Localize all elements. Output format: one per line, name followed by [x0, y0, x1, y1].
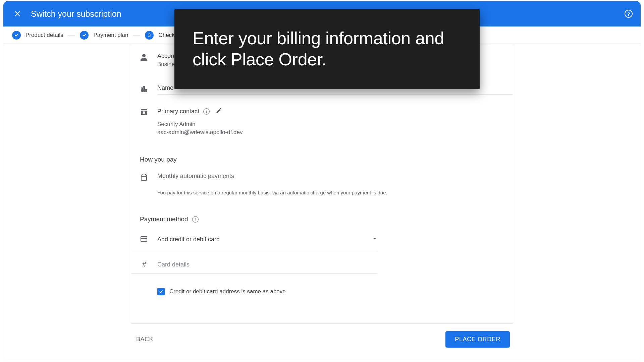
- payment-frequency: Monthly automatic payments: [157, 173, 513, 180]
- scrollbar[interactable]: [636, 45, 640, 358]
- check-icon: [14, 33, 19, 38]
- payment-method-selected: Add credit or debit card: [157, 236, 372, 243]
- place-order-button[interactable]: PLACE ORDER: [445, 331, 510, 348]
- business-icon: [140, 84, 149, 95]
- same-address-label: Credit or debit card address is same as …: [169, 288, 286, 295]
- edit-primary-contact-button[interactable]: [216, 107, 222, 116]
- payment-method-heading: Payment method: [140, 216, 188, 223]
- payment-method-dropdown[interactable]: Add credit or debit card: [131, 232, 378, 250]
- close-icon: [14, 10, 21, 17]
- step-3-badge: 3: [145, 31, 154, 40]
- contact-icon: [140, 107, 149, 117]
- credit-card-icon: [140, 234, 149, 244]
- step-separator: [68, 35, 75, 36]
- instruction-overlay: Enter your billing information and click…: [174, 9, 480, 89]
- same-address-checkbox[interactable]: [157, 288, 165, 295]
- check-icon: [82, 33, 87, 38]
- card-details-input[interactable]: # Card details: [131, 253, 378, 274]
- how-you-pay-heading: How you pay: [131, 156, 513, 163]
- help-icon: ?: [627, 11, 630, 17]
- card-details-placeholder: Card details: [157, 261, 190, 268]
- payment-frequency-desc: You pay for this service on a regular mo…: [157, 190, 513, 195]
- hash-icon: #: [140, 260, 149, 269]
- calendar-icon: [140, 173, 149, 183]
- check-icon: [158, 289, 164, 294]
- primary-contact-email: aac-admin@wrlewis.apollo-df.dev: [157, 129, 513, 136]
- primary-contact-name: Security Admin: [157, 121, 513, 128]
- step-separator: [133, 35, 140, 36]
- step-1-badge: [12, 31, 21, 40]
- primary-contact-label: Primary contact: [157, 108, 199, 115]
- close-button[interactable]: [11, 8, 23, 20]
- step-2-badge: [80, 31, 89, 40]
- info-icon[interactable]: i: [192, 216, 199, 223]
- help-button[interactable]: ?: [625, 10, 633, 18]
- info-icon[interactable]: i: [203, 108, 210, 115]
- pencil-icon: [216, 107, 222, 114]
- account-icon: [140, 53, 149, 63]
- step-1-label[interactable]: Product details: [25, 32, 63, 39]
- chevron-down-icon: [372, 236, 378, 243]
- step-2-label[interactable]: Payment plan: [93, 32, 128, 39]
- back-button[interactable]: BACK: [134, 333, 155, 346]
